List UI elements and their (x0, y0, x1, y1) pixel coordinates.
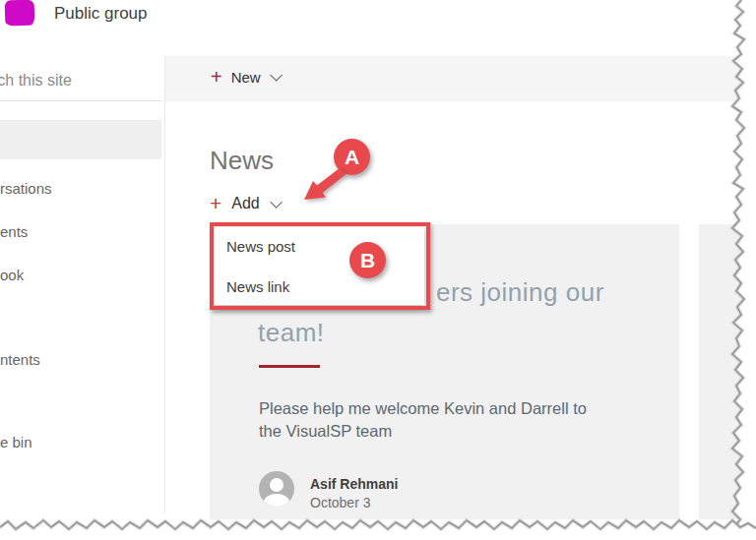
menu-item-news-post[interactable]: News post (226, 238, 295, 255)
annotation-arrow-icon (298, 163, 349, 207)
search-input[interactable] (0, 61, 161, 101)
news-card-title-line1: ers joining our (436, 277, 604, 308)
news-card-title-line2: team! (258, 318, 325, 348)
post-date: October 3 (310, 495, 370, 510)
site-logo (5, 0, 35, 27)
person-icon (270, 478, 284, 492)
chevron-down-icon (270, 69, 283, 82)
news-section-title: News (210, 146, 274, 176)
site-group-type-label: Public group (54, 4, 148, 24)
chevron-down-icon[interactable] (270, 196, 283, 209)
sidebar-item-notebook[interactable]: ook (0, 267, 24, 283)
annotation-badge-a: A (334, 139, 370, 175)
new-button-label: New (231, 69, 261, 86)
sharepoint-page: Public group rsations ents ook ntents e … (0, 0, 756, 540)
news-card-body-line1: Please help me welcome Kevin and Darrell… (259, 399, 587, 418)
news-card-partial[interactable] (699, 224, 756, 519)
plus-icon: + (210, 194, 221, 213)
sidebar-item-documents[interactable]: ents (0, 223, 28, 240)
sidebar-item-selected-redacted[interactable] (0, 120, 161, 159)
sidebar-item-conversations[interactable]: rsations (0, 180, 52, 197)
menu-item-news-link[interactable]: News link (226, 278, 289, 295)
add-news-button[interactable]: + Add (210, 194, 279, 213)
avatar (259, 471, 294, 507)
sidebar-item-site-contents[interactable]: ntents (0, 351, 40, 368)
new-button[interactable]: + New (211, 67, 279, 87)
author-name: Asif Rehmani (310, 476, 398, 492)
add-button-label: Add (231, 195, 259, 212)
news-card-body-line2: the VisualSP team (259, 422, 392, 441)
sidebar-item-recycle-bin[interactable]: e bin (0, 434, 32, 450)
card-accent-divider (259, 365, 320, 368)
sidebar-divider (164, 56, 165, 512)
plus-icon: + (211, 67, 222, 87)
command-bar: + New (165, 56, 756, 101)
